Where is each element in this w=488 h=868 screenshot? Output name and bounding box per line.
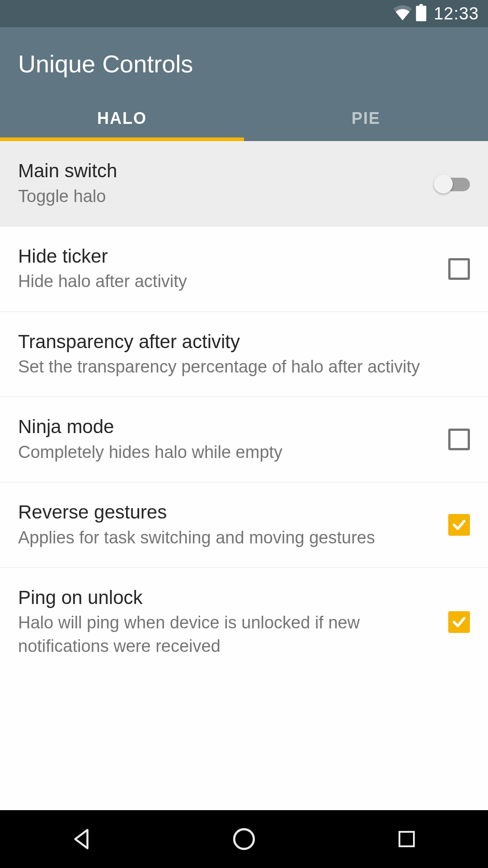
svg-rect-3 <box>399 832 414 846</box>
setting-sub: Applies for task switching and moving ge… <box>18 526 435 549</box>
svg-point-2 <box>234 829 254 849</box>
switch-toggle[interactable] <box>434 174 470 193</box>
setting-sub: Set the transparency percentage of halo … <box>18 355 470 378</box>
tab-pie[interactable]: PIE <box>244 96 488 141</box>
setting-title: Transparency after activity <box>18 330 470 354</box>
nav-bar <box>0 810 488 868</box>
setting-sub: Toggle halo <box>18 185 420 208</box>
setting-hide-ticker[interactable]: Hide ticker Hide halo after activity <box>0 226 488 312</box>
tab-halo[interactable]: HALO <box>0 96 244 141</box>
setting-texts: Transparency after activity Set the tran… <box>18 330 470 379</box>
nav-recent-button[interactable] <box>393 826 420 853</box>
status-bar: 12:33 <box>0 0 488 27</box>
setting-sub: Hide halo after activity <box>18 270 435 293</box>
setting-title: Hide ticker <box>18 245 435 269</box>
setting-texts: Ninja mode Completely hides halo while e… <box>18 415 435 464</box>
svg-rect-1 <box>419 4 423 7</box>
setting-ping-on-unlock[interactable]: Ping on unlock Halo will ping when devic… <box>0 568 488 676</box>
tab-label: HALO <box>97 109 147 128</box>
checkbox[interactable] <box>448 258 470 280</box>
nav-home-button[interactable] <box>230 826 258 853</box>
setting-title: Ping on unlock <box>18 586 435 610</box>
wifi-icon <box>393 5 412 22</box>
setting-sub: Halo will ping when device is unlocked i… <box>18 611 435 658</box>
setting-main-switch[interactable]: Main switch Toggle halo <box>0 141 488 226</box>
setting-title: Ninja mode <box>18 415 435 439</box>
setting-texts: Reverse gestures Applies for task switch… <box>18 500 435 549</box>
setting-texts: Main switch Toggle halo <box>18 159 420 208</box>
checkbox[interactable] <box>448 429 470 450</box>
setting-texts: Hide ticker Hide halo after activity <box>18 245 435 293</box>
switch-thumb <box>434 175 453 193</box>
page-title: Unique Controls <box>18 50 470 78</box>
setting-reverse-gestures[interactable]: Reverse gestures Applies for task switch… <box>0 482 488 568</box>
svg-rect-0 <box>416 6 427 21</box>
tabs: HALO PIE <box>0 96 488 141</box>
setting-title: Main switch <box>18 159 420 183</box>
settings-list: Main switch Toggle halo Hide ticker Hide… <box>0 141 488 676</box>
checkbox[interactable] <box>448 514 470 536</box>
app-bar: Unique Controls <box>0 27 488 96</box>
tab-label: PIE <box>352 109 380 128</box>
nav-back-button[interactable] <box>68 826 95 853</box>
setting-sub: Completely hides halo while empty <box>18 441 435 464</box>
setting-texts: Ping on unlock Halo will ping when devic… <box>18 586 435 658</box>
setting-title: Reverse gestures <box>18 500 435 524</box>
setting-transparency[interactable]: Transparency after activity Set the tran… <box>0 312 488 397</box>
battery-icon <box>416 4 427 23</box>
status-time: 12:33 <box>434 4 479 24</box>
setting-ninja-mode[interactable]: Ninja mode Completely hides halo while e… <box>0 397 488 482</box>
checkbox[interactable] <box>448 611 470 633</box>
